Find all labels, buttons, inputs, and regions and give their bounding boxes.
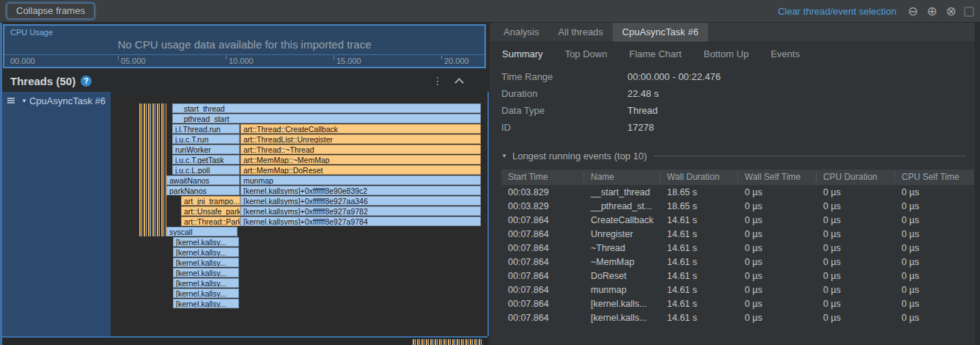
axis-label: 00.000 [10, 57, 35, 65]
axis-label: 10.000 [229, 57, 254, 65]
axis-tick [441, 56, 442, 59]
subtab-bottom-up[interactable]: Bottom Up [693, 48, 759, 59]
clear-selection-link[interactable]: Clear thread/event selection [778, 6, 896, 17]
column-header-cpu-duration[interactable]: CPU Duration [817, 172, 895, 183]
flame-bar[interactable]: j.l.Thread.run [172, 124, 240, 134]
events-table-body: 00:03.829__start_thread18.65 s0 µs0 µs0 … [501, 185, 974, 324]
flame-bar[interactable]: j.u.c.T.run [172, 134, 240, 144]
scrollbar-track[interactable] [975, 23, 980, 345]
column-header-wall-self-time[interactable]: Wall Self Time [738, 172, 817, 183]
flame-bar[interactable]: art::ThreadList::Unregister [240, 134, 481, 144]
event-row[interactable]: 00:07.864Unregister14.61 s0 µs0 µs0 µs [501, 227, 974, 241]
flame-bar[interactable]: [kernel.kallsyms]+0xffffff8e927a9784 [240, 217, 481, 226]
threads-title: Threads (50) [10, 75, 75, 87]
next-thread-preview-bars[interactable] [413, 339, 483, 345]
thread-list: ▼ CpuAsyncTask #6 [2, 92, 111, 336]
event-row[interactable]: 00:07.864~MemMap14.61 s0 µs0 µs0 µs [501, 255, 974, 269]
tab-cpuasynctask-6[interactable]: CpuAsyncTask #6 [613, 23, 708, 42]
flame-bar[interactable]: munmap [240, 175, 481, 185]
subtab-top-down[interactable]: Top Down [554, 48, 619, 59]
event-cell: 14.61 s [660, 229, 738, 239]
event-row[interactable]: 00:03.829__pthread_st...18.65 s0 µs0 µs0… [501, 199, 974, 213]
tab-all-threads[interactable]: All threads [548, 23, 612, 42]
main-tabs: AnalysisAll threadsCpuAsyncTask #6 [490, 23, 975, 43]
event-row[interactable]: 00:07.864~Thread14.61 s0 µs0 µs0 µs [501, 241, 974, 255]
flame-bar[interactable]: awaitNanos [166, 175, 240, 185]
zoom-to-selection-icon[interactable] [964, 7, 974, 17]
collapse-frames-button[interactable]: Collapse frames [7, 3, 95, 19]
summary-row: Duration22.48 s [490, 85, 975, 102]
event-cell: __start_thread [584, 187, 660, 197]
event-cell: [kernel.kalls... [584, 313, 660, 323]
flame-bar[interactable]: art::MemMap::DoReset [240, 165, 481, 175]
zoom-in-icon[interactable]: ⊕ [926, 5, 938, 18]
zoom-out-icon[interactable]: ⊖ [907, 5, 919, 18]
flame-bar[interactable]: [kernel.kallsy... [173, 268, 239, 277]
flame-bar[interactable]: [kernel.kallsyms]+0xffffff8e927aa346 [240, 196, 481, 206]
event-cell: 00:07.864 [501, 285, 584, 295]
section-collapse-arrow-icon[interactable]: ▼ [501, 153, 507, 159]
event-cell: 0 µs [817, 257, 895, 267]
cpu-usage-label: CPU Usage [10, 28, 53, 37]
flame-bar[interactable]: [kernel.kallsy... [173, 278, 239, 288]
flame-bar[interactable]: art::Thread::CreateCallback [240, 124, 481, 134]
event-cell: 0 µs [817, 215, 895, 225]
subtab-flame-chart[interactable]: Flame Chart [618, 48, 693, 59]
event-cell: 0 µs [895, 299, 974, 309]
flame-bar[interactable]: __start_thread [172, 104, 481, 113]
column-header-wall-duration[interactable]: Wall Duration [660, 172, 738, 183]
flame-bar[interactable]: [kernel.kallsyms]+0xffffff8e927a9782 [240, 206, 481, 216]
subtab-summary[interactable]: Summary [491, 48, 554, 59]
thread-list-item[interactable]: ▼ CpuAsyncTask #6 [2, 92, 111, 109]
chevron-up-icon [454, 78, 464, 87]
flame-bar[interactable]: art::Thread::Park [181, 217, 240, 226]
event-cell: 00:07.864 [501, 313, 584, 323]
sub-tabs: SummaryTop DownFlame ChartBottom UpEvent… [490, 43, 975, 65]
expand-arrow-icon[interactable]: ▼ [21, 98, 27, 104]
flame-bar[interactable]: runWorker [172, 145, 240, 154]
event-row[interactable]: 00:07.864[kernel.kalls...14.61 s0 µs0 µs… [501, 310, 974, 324]
reset-zoom-icon[interactable]: ⊗ [945, 5, 957, 18]
flame-bar[interactable]: art::Unsafe_park [181, 206, 240, 216]
event-cell: 0 µs [895, 229, 974, 239]
flame-bar[interactable]: art_jni_trampo... [181, 196, 240, 206]
kebab-menu-icon[interactable]: ⋮ [432, 75, 443, 87]
flame-bar[interactable]: parkNanos [166, 186, 240, 195]
flame-bar[interactable]: [kernel.kallsyms]+0xffffff8e90e839c2 [240, 186, 481, 195]
event-cell: 0 µs [895, 187, 974, 197]
flame-bar[interactable]: [kernel.kallsy... [173, 288, 239, 298]
event-row[interactable]: 00:07.864munmap14.61 s0 µs0 µs0 µs [501, 283, 974, 297]
column-header-name[interactable]: Name [584, 172, 660, 183]
flame-bar[interactable]: [kernel.kallsy... [173, 299, 239, 308]
flame-bar[interactable]: j.u.c.T.getTask [172, 155, 240, 164]
flame-bar[interactable]: [kernel.kallsy... [173, 247, 239, 257]
axis-tick [226, 56, 226, 59]
flame-bar[interactable]: __pthread_start [172, 114, 481, 123]
event-cell: Unregister [584, 229, 660, 239]
flame-bar[interactable]: [kernel.kallsy... [173, 258, 239, 267]
column-header-cpu-self-time[interactable]: CPU Self Time [895, 172, 974, 183]
collapse-panel-chevron-icon[interactable] [454, 76, 465, 87]
event-cell: munmap [584, 285, 660, 295]
collapsed-frames-strip[interactable] [139, 104, 166, 236]
subtab-events[interactable]: Events [759, 48, 811, 59]
event-cell: 00:07.864 [501, 215, 584, 225]
event-row[interactable]: 00:07.864[kernel.kalls...14.61 s0 µs0 µs… [501, 297, 974, 310]
summary-label: Duration [490, 88, 627, 99]
event-cell: 14.61 s [660, 215, 738, 225]
cpu-usage-panel[interactable]: CPU Usage No CPU usage data available fo… [3, 24, 486, 68]
event-cell: 0 µs [738, 201, 817, 211]
help-icon[interactable]: ? [81, 76, 92, 87]
events-section-header[interactable]: ▼ Longest running events (top 10) [501, 150, 966, 161]
flame-bar[interactable]: [kernel.kallsy... [173, 237, 239, 247]
event-row[interactable]: 00:07.864CreateCallback14.61 s0 µs0 µs0 … [501, 213, 974, 227]
event-row[interactable]: 00:03.829__start_thread18.65 s0 µs0 µs0 … [501, 185, 974, 199]
tab-analysis[interactable]: Analysis [494, 23, 548, 42]
column-header-start-time[interactable]: Start Time [501, 172, 584, 183]
flame-chart[interactable]: __start_thread__pthread_startj.l.Thread.… [111, 92, 489, 336]
flame-bar[interactable]: j.u.c.L.poll [172, 165, 240, 175]
flame-bar[interactable]: syscall [166, 227, 237, 236]
event-row[interactable]: 00:07.864DoReset14.61 s0 µs0 µs0 µs [501, 269, 974, 283]
flame-bar[interactable]: art::MemMap::~MemMap [240, 155, 481, 164]
flame-bar[interactable]: art::Thread::~Thread [240, 145, 481, 154]
